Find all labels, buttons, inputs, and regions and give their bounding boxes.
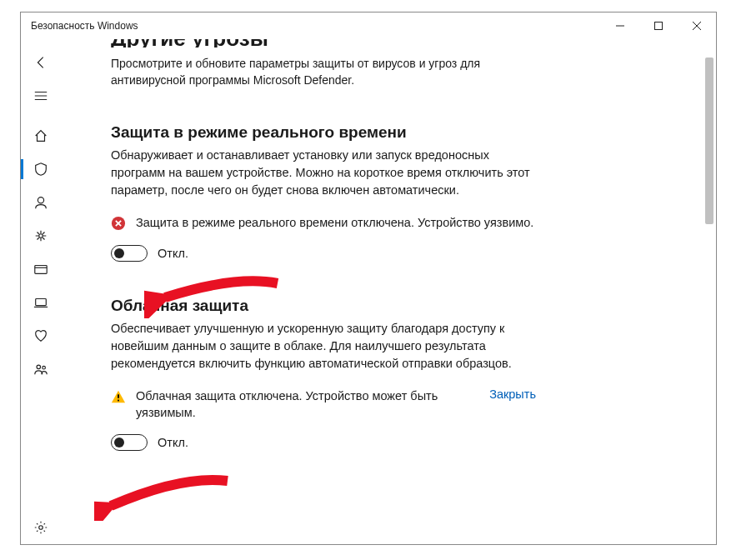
window-controls xyxy=(601,12,716,39)
section-description: Обнаруживает и останавливает установку и… xyxy=(111,147,536,199)
sidebar-item-virus-protection[interactable] xyxy=(21,152,61,186)
vertical-scrollbar[interactable] xyxy=(703,41,715,542)
section-title: Защита в режиме реального времени xyxy=(111,123,569,142)
svg-point-6 xyxy=(43,366,46,369)
alert-row-cloud: Облачная защита отключена. Устройство мо… xyxy=(111,388,536,422)
sidebar-item-account[interactable] xyxy=(21,186,61,219)
cloud-protection-toggle[interactable] xyxy=(111,434,148,451)
svg-rect-9 xyxy=(118,394,119,398)
alert-row-realtime: Защита в режиме реального времени отключ… xyxy=(111,214,536,231)
titlebar: Безопасность Windows xyxy=(21,12,716,39)
sidebar xyxy=(21,39,61,544)
back-button[interactable] xyxy=(21,46,61,79)
svg-rect-4 xyxy=(36,299,47,306)
sidebar-item-home[interactable] xyxy=(21,119,61,152)
svg-rect-3 xyxy=(35,266,47,274)
annotation-arrow-2 xyxy=(94,471,236,521)
realtime-protection-toggle[interactable] xyxy=(111,245,148,262)
toggle-row-cloud: Откл. xyxy=(111,434,569,451)
sidebar-item-settings[interactable] xyxy=(21,511,61,544)
window-title: Безопасность Windows xyxy=(31,20,138,32)
sidebar-item-app-browser[interactable] xyxy=(21,252,61,286)
svg-point-7 xyxy=(39,526,43,530)
toggle-label: Откл. xyxy=(158,247,188,260)
windows-security-window: Безопасность Windows xyxy=(20,12,717,545)
toggle-label: Откл. xyxy=(158,436,188,449)
toggle-thumb xyxy=(114,438,124,448)
warning-icon xyxy=(111,389,126,404)
hamburger-menu[interactable] xyxy=(21,79,61,112)
sidebar-item-device-health[interactable] xyxy=(21,319,61,352)
scrollbar-thumb[interactable] xyxy=(705,58,713,224)
alert-message: Облачная защита отключена. Устройство мо… xyxy=(136,388,478,422)
sidebar-item-family[interactable] xyxy=(21,352,61,386)
settings-content: Другие угрозы Просмотрите и обновите пар… xyxy=(61,39,594,544)
error-icon xyxy=(111,216,126,231)
alert-message: Защита в режиме реального времени отключ… xyxy=(136,214,536,231)
section-cloud-protection: Облачная защита Обеспечивает улучшенную … xyxy=(111,297,569,452)
svg-rect-10 xyxy=(118,399,119,401)
section-realtime-protection: Защита в режиме реального времени Обнару… xyxy=(111,123,569,261)
svg-point-5 xyxy=(37,365,41,369)
toggle-row-realtime: Откл. xyxy=(111,245,569,262)
sidebar-item-device-security[interactable] xyxy=(21,286,61,319)
svg-point-2 xyxy=(39,234,43,238)
page-heading-partial: Другие угрозы xyxy=(111,39,569,48)
svg-rect-0 xyxy=(655,22,663,30)
section-title: Облачная защита xyxy=(111,297,569,315)
sidebar-item-firewall[interactable] xyxy=(21,219,61,252)
close-button[interactable] xyxy=(678,12,716,39)
page-intro: Просмотрите и обновите параметры защиты … xyxy=(111,56,528,88)
toggle-thumb xyxy=(114,248,124,258)
minimize-button[interactable] xyxy=(601,12,639,39)
svg-point-1 xyxy=(38,198,43,203)
maximize-button[interactable] xyxy=(639,12,678,39)
dismiss-link[interactable]: Закрыть xyxy=(489,388,536,401)
section-description: Обеспечивает улучшенную и ускоренную защ… xyxy=(111,320,536,372)
